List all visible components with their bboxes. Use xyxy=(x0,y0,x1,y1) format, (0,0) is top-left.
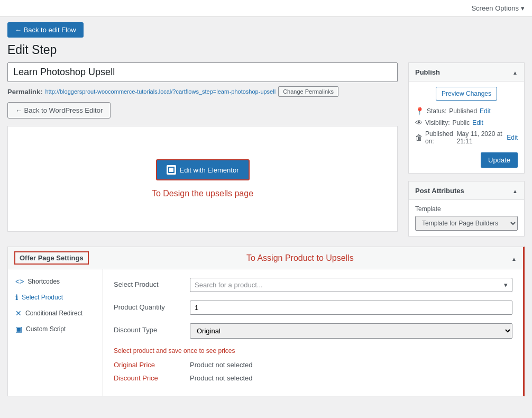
sidebar-item-shortcodes-label: Shortcodes xyxy=(27,278,60,285)
step-title-input[interactable] xyxy=(7,62,398,82)
status-value: Published xyxy=(449,107,477,115)
content-area: Permalink: http://bloggersprout-woocomme… xyxy=(7,62,398,239)
discount-price-label: Discount Price xyxy=(114,374,182,382)
clearfix: Update xyxy=(415,148,518,168)
offer-settings-section: Offer Page Settings To Assign Product to… xyxy=(7,247,525,396)
elementor-icon-inner xyxy=(168,167,175,173)
select-product-row: Select Product Search for a product... ▾ xyxy=(114,278,512,292)
screen-options-button[interactable]: Screen Options xyxy=(471,4,525,12)
editor-preview-area: Edit with Elementor To Design the upsell… xyxy=(7,126,398,232)
publish-body: Preview Changes 📍 Status: Published Edit… xyxy=(409,81,524,173)
original-price-label: Original Price xyxy=(114,361,182,369)
offer-settings-header: Offer Page Settings To Assign Product to… xyxy=(8,247,523,269)
sidebar-item-select-product[interactable]: ℹ Select Product xyxy=(8,289,103,305)
back-btn-container: ← Back to edit Flow xyxy=(0,17,532,43)
offer-settings-title: Offer Page Settings xyxy=(14,251,89,265)
product-quantity-row: Product Quantity xyxy=(114,301,512,315)
sidebar-item-custom-script[interactable]: ▣ Custom Script xyxy=(8,321,103,337)
offer-settings-layout: <> Shortcodes ℹ Select Product ✕ Conditi… xyxy=(8,269,523,396)
discount-price-row: Discount Price Product not selected xyxy=(114,374,512,382)
product-search-dropdown[interactable]: Search for a product... ▾ xyxy=(190,278,512,292)
publish-status-row: 📍 Status: Published Edit xyxy=(415,107,518,115)
offer-sidebar-nav: <> Shortcodes ℹ Select Product ✕ Conditi… xyxy=(8,269,103,396)
visibility-value: Public xyxy=(452,119,470,126)
edit-with-elementor-button[interactable]: Edit with Elementor xyxy=(156,159,250,180)
sidebar-item-custom-script-label: Custom Script xyxy=(26,325,66,333)
post-attributes-body: Template Template for Page Builders Defa… xyxy=(409,200,524,236)
publish-date-row: 🗑 Published on: May 11, 2020 at 21:11 Ed… xyxy=(415,130,518,145)
status-label: Status: xyxy=(427,107,446,115)
visibility-label: Visibility: xyxy=(425,119,450,126)
post-attr-collapse-icon xyxy=(512,186,518,195)
visibility-edit-link[interactable]: Edit xyxy=(472,119,483,126)
sidebar-item-shortcodes[interactable]: <> Shortcodes xyxy=(8,274,103,289)
back-to-wp-editor-button[interactable]: ← Back to WordPress Editor xyxy=(7,102,111,119)
product-search-arrow: ▾ xyxy=(504,281,508,289)
shortcodes-icon: <> xyxy=(15,277,24,286)
page-wrap: Edit Step Permalink: http://bloggersprou… xyxy=(0,43,532,396)
offer-settings-assign-text: To Assign Product to Upsells xyxy=(89,253,511,263)
preview-changes-button[interactable]: Preview Changes xyxy=(436,87,497,101)
select-product-label: Select Product xyxy=(114,278,182,288)
publish-visibility-row: 👁 Visibility: Public Edit xyxy=(415,119,518,127)
back-to-flow-label: ← Back to edit Flow xyxy=(15,26,76,34)
back-to-flow-button[interactable]: ← Back to edit Flow xyxy=(7,22,84,38)
publish-box: Publish Preview Changes 📍 Status: Publis… xyxy=(408,62,525,174)
select-product-control: Search for a product... ▾ xyxy=(190,278,512,292)
product-search-placeholder: Search for a product... xyxy=(195,281,263,289)
published-value: May 11, 2020 at 21:11 xyxy=(457,130,505,145)
publish-title: Publish xyxy=(415,68,440,76)
publish-collapse-button[interactable] xyxy=(512,67,518,77)
discount-price-value: Product not selected xyxy=(190,374,253,382)
post-attr-title: Post Attributes xyxy=(415,187,464,195)
design-text: To Design the upsells page xyxy=(152,189,253,198)
update-button[interactable]: Update xyxy=(481,152,518,168)
edit-elementor-label: Edit with Elementor xyxy=(180,166,239,174)
top-bar: Screen Options xyxy=(0,0,532,17)
permalink-row: Permalink: http://bloggersprout-woocomme… xyxy=(7,86,398,97)
product-quantity-control xyxy=(190,301,512,315)
discount-type-row: Discount Type Original Percentage Fixed xyxy=(114,323,512,339)
published-edit-link[interactable]: Edit xyxy=(507,134,518,141)
sidebar-item-conditional-redirect-label: Conditional Redirect xyxy=(25,310,82,317)
product-quantity-input[interactable] xyxy=(190,301,512,315)
template-select[interactable]: Template for Page Builders Default Templ… xyxy=(415,216,518,231)
discount-type-select[interactable]: Original Percentage Fixed xyxy=(190,323,512,339)
post-attributes-box: Post Attributes Template Template for Pa… xyxy=(408,181,525,237)
offer-settings-collapse-button[interactable] xyxy=(511,253,517,263)
post-attributes-header: Post Attributes xyxy=(409,181,524,200)
template-label: Template xyxy=(415,205,518,213)
discount-type-control: Original Percentage Fixed xyxy=(190,323,512,339)
elementor-icon xyxy=(167,165,176,175)
product-quantity-label: Product Quantity xyxy=(114,301,182,311)
offer-content: Select Product Search for a product... ▾… xyxy=(103,269,523,396)
permalink-label: Permalink: xyxy=(7,88,42,96)
publish-header: Publish xyxy=(409,63,524,81)
conditional-redirect-icon: ✕ xyxy=(15,309,22,317)
save-note: Select product and save once to see pric… xyxy=(114,347,512,355)
offer-settings-collapse-icon xyxy=(511,253,517,262)
permalink-link[interactable]: http://bloggersprout-woocommerce-tutoria… xyxy=(45,88,276,95)
post-attr-collapse-button[interactable] xyxy=(512,186,518,195)
sidebar: Publish Preview Changes 📍 Status: Publis… xyxy=(408,62,525,237)
change-permalinks-button[interactable]: Change Permalinks xyxy=(278,86,338,97)
screen-options-label: Screen Options xyxy=(471,4,519,12)
status-icon: 📍 xyxy=(415,107,424,115)
original-price-value: Product not selected xyxy=(190,361,253,369)
screen-options-dropdown-arrow xyxy=(521,4,525,12)
status-edit-link[interactable]: Edit xyxy=(480,107,491,115)
custom-script-icon: ▣ xyxy=(15,325,22,333)
publish-collapse-icon xyxy=(512,67,518,76)
select-product-icon: ℹ xyxy=(15,293,18,302)
sidebar-item-conditional-redirect[interactable]: ✕ Conditional Redirect xyxy=(8,305,103,321)
published-label: Published on: xyxy=(425,130,454,145)
visibility-icon: 👁 xyxy=(415,119,423,127)
page-title: Edit Step xyxy=(7,43,525,57)
back-to-wp-editor-label: ← Back to WordPress Editor xyxy=(15,106,103,114)
original-price-row: Original Price Product not selected xyxy=(114,361,512,369)
sidebar-item-select-product-label: Select Product xyxy=(22,294,63,301)
main-layout: Permalink: http://bloggersprout-woocomme… xyxy=(7,62,525,239)
calendar-icon: 🗑 xyxy=(415,133,423,142)
discount-type-label: Discount Type xyxy=(114,323,182,334)
